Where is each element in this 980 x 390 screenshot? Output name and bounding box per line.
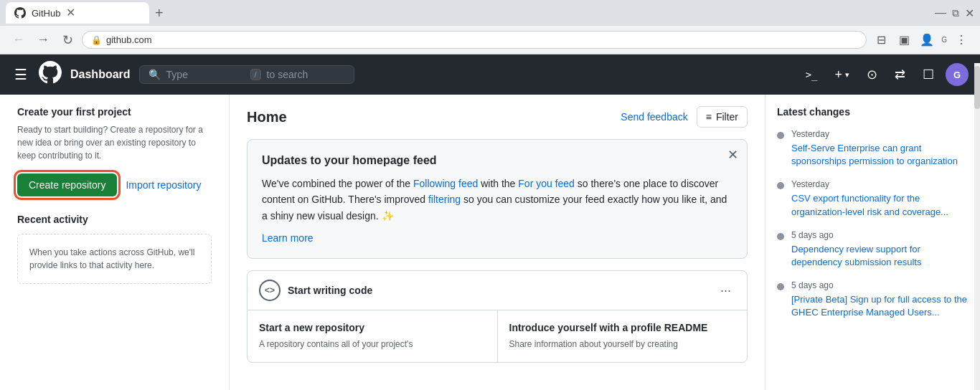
section-header: <> Start writing code ··· — [248, 271, 747, 310]
plus-icon: + — [834, 67, 842, 82]
feed-update-close-button[interactable]: ✕ — [727, 148, 738, 161]
inbox-button[interactable]: ☐ — [917, 64, 940, 85]
close-window-button[interactable]: ✕ — [965, 6, 974, 20]
recent-activity-box: When you take actions across GitHub, we'… — [17, 234, 212, 284]
search-placeholder-text: Home Type — [166, 69, 245, 80]
new-repo-card-title: Start a new repository — [259, 322, 486, 333]
lock-icon: 🔒 — [91, 35, 102, 45]
minimize-button[interactable]: — — [935, 6, 946, 19]
change-timestamp: 5 days ago — [791, 280, 969, 290]
change-title-link[interactable]: Dependency review support for dependency… — [791, 244, 921, 267]
profile-readme-card: Introduce yourself with a profile README… — [498, 310, 748, 362]
change-item: Yesterday CSV export functionality for t… — [777, 179, 969, 218]
change-title-link[interactable]: [Private Beta] Sign up for full access t… — [791, 294, 967, 318]
search-bar[interactable]: 🔍 Home Type / to search — [139, 65, 354, 84]
filter-button[interactable]: ≡ Filter — [697, 106, 748, 128]
change-content: Yesterday Self-Serve Enterprise can gran… — [791, 129, 969, 168]
sidebar-toggle-button[interactable]: ▣ — [894, 30, 914, 50]
feed-update-body: We've combined the power of the Followin… — [262, 176, 732, 224]
change-item: 5 days ago [Private Beta] Sign up for fu… — [777, 280, 969, 319]
change-item: Yesterday Self-Serve Enterprise can gran… — [777, 129, 969, 168]
search-shortcut-badge: / — [250, 69, 261, 80]
feed-update-card: Updates to your homepage feed ✕ We've co… — [247, 139, 748, 259]
inbox-icon: ☐ — [923, 67, 934, 82]
chevron-down-icon: ▾ — [845, 70, 849, 80]
change-title-link[interactable]: CSV export functionality for the organiz… — [791, 193, 948, 217]
avatar-initial: G — [953, 70, 961, 80]
address-text: github.com — [106, 34, 152, 45]
sidebar-actions: Create repository Import repository — [17, 173, 212, 196]
change-item: 5 days ago Dependency review support for… — [777, 230, 969, 269]
new-item-button[interactable]: + ▾ — [829, 65, 855, 85]
github-favicon-icon — [14, 7, 26, 19]
content-header: Home Send feedback ≡ Filter — [247, 106, 748, 128]
sidebar: Create your first project Ready to start… — [0, 95, 230, 390]
profile-button[interactable]: 👤 — [917, 30, 937, 50]
profile-readme-card-desc: Share information about yourself by crea… — [509, 338, 736, 351]
learn-more-link[interactable]: Learn more — [262, 232, 314, 244]
translate-button[interactable]: ⊟ — [871, 30, 891, 50]
tab-close-button[interactable]: ✕ — [66, 7, 75, 19]
sidebar-create-title: Create your first project — [17, 106, 212, 118]
send-feedback-link[interactable]: Send feedback — [621, 111, 687, 123]
search-suffix-text: to search — [267, 69, 345, 80]
main-content: Home Send feedback ≡ Filter Updates to y… — [230, 95, 765, 390]
profile-name: G — [940, 36, 948, 44]
latest-changes-title: Latest changes — [777, 106, 969, 118]
terminal-button[interactable]: >_ — [800, 66, 824, 83]
hamburger-menu-button[interactable]: ☰ — [11, 63, 30, 86]
page-scrollbar[interactable] — [974, 63, 980, 390]
hamburger-icon: ☰ — [14, 67, 27, 82]
change-dot — [777, 182, 784, 189]
browser-menu-button[interactable]: ⋮ — [951, 30, 971, 50]
change-content: 5 days ago Dependency review support for… — [791, 230, 969, 269]
profile-readme-card-title: Introduce yourself with a profile README — [509, 322, 736, 333]
pr-icon: ⇄ — [895, 67, 905, 82]
address-bar[interactable]: 🔒 github.com — [82, 31, 867, 49]
cards-row: Start a new repository A repository cont… — [248, 310, 747, 362]
back-button[interactable]: ← — [9, 30, 29, 50]
change-timestamp: Yesterday — [791, 129, 969, 139]
latest-changes-list: Yesterday Self-Serve Enterprise can gran… — [777, 129, 969, 320]
forward-button[interactable]: → — [33, 30, 53, 50]
search-icon: 🔍 — [149, 69, 161, 80]
change-content: 5 days ago [Private Beta] Sign up for fu… — [791, 280, 969, 319]
issues-button[interactable]: ⊙ — [861, 64, 883, 85]
new-tab-button[interactable]: + — [155, 5, 164, 22]
scrollbar-thumb[interactable] — [974, 66, 980, 109]
maximize-button[interactable]: ⧉ — [952, 7, 959, 19]
github-logo-icon — [39, 61, 62, 84]
start-writing-section: <> Start writing code ··· Start a new re… — [247, 270, 748, 363]
right-panel: Latest changes Yesterday Self-Serve Ente… — [765, 95, 980, 390]
change-content: Yesterday CSV export functionality for t… — [791, 179, 969, 218]
page-title: Home — [247, 109, 621, 125]
code-brackets-icon: <> — [259, 280, 281, 301]
following-feed-link[interactable]: Following feed — [413, 178, 478, 189]
filtering-link[interactable]: filtering — [428, 194, 461, 205]
recent-activity-empty-text: When you take actions across GitHub, we'… — [29, 247, 194, 270]
new-repo-card-desc: A repository contains all of your projec… — [259, 338, 486, 351]
section-header-title: Start writing code — [288, 285, 709, 296]
user-avatar[interactable]: G — [946, 63, 969, 86]
change-dot — [777, 132, 784, 139]
recent-activity-title: Recent activity — [17, 214, 212, 225]
change-title-link[interactable]: Self-Serve Enterprise can grant sponsors… — [791, 143, 958, 166]
refresh-button[interactable]: ↻ — [57, 30, 77, 50]
nav-dashboard-title: Dashboard — [70, 68, 131, 81]
change-dot — [777, 283, 784, 290]
terminal-icon: >_ — [806, 69, 818, 80]
import-repository-link[interactable]: Import repository — [126, 179, 201, 191]
issue-icon: ⊙ — [867, 67, 877, 82]
section-menu-button[interactable]: ··· — [716, 282, 735, 300]
change-dot — [777, 233, 784, 240]
create-repository-button[interactable]: Create repository — [17, 173, 117, 196]
new-repo-card: Start a new repository A repository cont… — [248, 310, 498, 362]
for-you-feed-link[interactable]: For you feed — [518, 178, 575, 189]
pull-requests-button[interactable]: ⇄ — [889, 64, 911, 85]
feed-update-title: Updates to your homepage feed — [262, 154, 732, 167]
filter-icon: ≡ — [706, 111, 712, 123]
github-logo — [39, 61, 62, 88]
sidebar-description: Ready to start building? Create a reposi… — [17, 123, 212, 162]
filter-label: Filter — [716, 111, 738, 123]
change-timestamp: Yesterday — [791, 179, 969, 189]
